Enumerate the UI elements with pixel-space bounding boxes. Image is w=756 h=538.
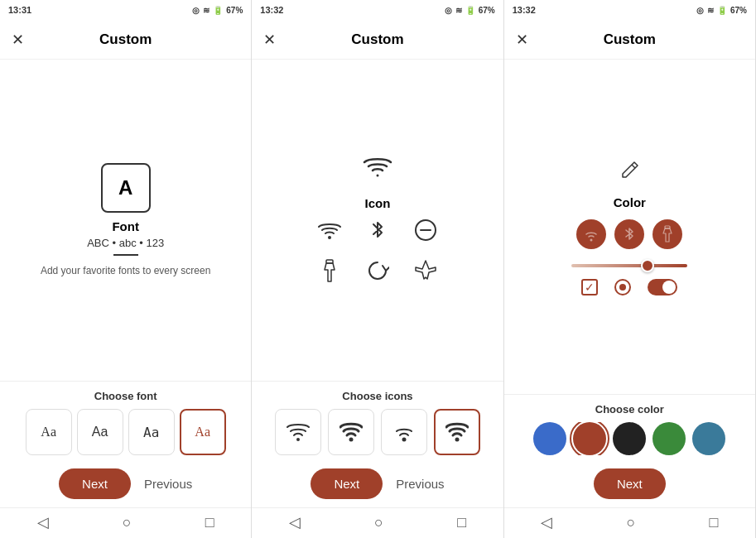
nav-recent-3[interactable]: □ [710, 514, 719, 531]
color-opt-teal[interactable] [692, 422, 725, 455]
icon-rotate [366, 259, 389, 287]
icon-torch [320, 258, 339, 288]
action-buttons-icon: Next Previous [258, 464, 496, 504]
color-section-label: Color [614, 195, 646, 209]
nav-back-2[interactable]: ◁ [289, 513, 301, 531]
battery-percent-1: 67% [226, 6, 243, 15]
svg-point-6 [402, 438, 406, 442]
action-buttons-color: Next [511, 464, 749, 504]
color-slider[interactable] [571, 259, 687, 272]
color-circles-row [576, 219, 682, 249]
icon-opt-wifi-1[interactable] [275, 409, 321, 455]
next-button-color[interactable]: Next [594, 468, 666, 499]
slider-track [571, 264, 687, 267]
svg-point-0 [328, 236, 331, 239]
status-icons-1: ◎ ≋ 🔋 67% [192, 6, 243, 15]
icon-section-label: Icon [365, 196, 391, 210]
ui-controls-row: ✓ [581, 279, 677, 295]
nav-home-1[interactable]: ○ [123, 514, 132, 531]
radio-control[interactable] [614, 279, 631, 295]
choose-color-title: Choose color [511, 403, 749, 416]
status-bar-1: 13:31 ◎ ≋ 🔋 67% [0, 0, 251, 20]
nav-back-1[interactable]: ◁ [37, 513, 49, 531]
choose-icons-title: Choose icons [258, 390, 496, 402]
icon-options-row [258, 409, 496, 455]
icon-opt-wifi-3[interactable] [381, 409, 427, 455]
wifi-icon-status-3: ≋ [707, 6, 714, 15]
next-button-font[interactable]: Next [59, 468, 131, 499]
color-opt-green[interactable] [652, 422, 686, 455]
font-option-serif[interactable]: Aa [26, 409, 72, 455]
status-time-1: 13:31 [8, 5, 31, 15]
svg-point-9 [590, 238, 593, 241]
main-content-icon: Icon [252, 60, 503, 381]
icon-minus [414, 219, 437, 247]
color-options-row [511, 422, 749, 455]
color-section: Color [513, 159, 747, 295]
status-icons-3: ◎ ≋ 🔋 67% [696, 6, 747, 15]
font-option-sans[interactable]: Aa [77, 409, 123, 455]
toggle-control[interactable] [648, 279, 677, 295]
font-option-cursive[interactable]: Aa [180, 409, 226, 455]
font-section-label: Font [112, 219, 138, 233]
svg-point-4 [296, 438, 300, 441]
top-bar-1: ✕ Custom [0, 20, 251, 60]
main-content-font: A Font ABC • abc • 123 Add your favorite… [0, 60, 251, 381]
icon-opt-wifi-4[interactable] [434, 409, 480, 455]
signal-icon-3: ◎ [696, 6, 704, 15]
font-divider [113, 254, 138, 256]
status-time-3: 13:32 [513, 5, 536, 15]
panel-title-1: Custom [99, 31, 152, 48]
previous-button-font[interactable]: Previous [144, 477, 192, 491]
font-description: Add your favorite fonts to every screen [41, 264, 210, 278]
color-opt-blue[interactable] [533, 422, 566, 455]
top-bar-3: ✕ Custom [504, 20, 755, 60]
status-bar-2: 13:32 ◎ ≋ 🔋 67% [252, 0, 503, 20]
font-option-mono[interactable]: Aa [128, 409, 175, 455]
battery-percent-3: 67% [730, 6, 747, 15]
previous-button-icon[interactable]: Previous [396, 477, 444, 491]
color-circle-wifi [576, 219, 606, 249]
icon-preview-wifi [361, 153, 394, 188]
nav-bar-1: ◁ ○ □ [0, 507, 251, 538]
color-circle-bt [614, 219, 644, 249]
bottom-section-icon: Choose icons [252, 381, 503, 507]
nav-home-3[interactable]: ○ [626, 514, 635, 531]
font-letter-icon: A [118, 176, 132, 199]
icon-bluetooth [369, 219, 386, 247]
color-opt-brown[interactable] [573, 422, 606, 455]
status-bar-3: 13:32 ◎ ≋ 🔋 67% [504, 0, 755, 20]
battery-icon-2: 🔋 [465, 6, 475, 15]
font-options-row: Aa Aa Aa Aa [7, 409, 244, 455]
radio-dot [619, 284, 626, 291]
main-content-color: Color [504, 60, 755, 394]
panel-title-2: Custom [351, 31, 403, 48]
choose-font-title: Choose font [7, 390, 244, 402]
nav-recent-1[interactable]: □ [205, 514, 214, 531]
icon-wifi [318, 220, 341, 245]
next-button-icon[interactable]: Next [311, 468, 383, 499]
color-opt-black[interactable] [613, 422, 646, 455]
close-button-1[interactable]: ✕ [12, 31, 24, 49]
battery-icon-3: 🔋 [717, 6, 727, 15]
bottom-section-color: Choose color Next [504, 394, 755, 507]
checkbox-control[interactable]: ✓ [581, 279, 598, 295]
panel-title-3: Custom [604, 31, 656, 48]
status-time-2: 13:32 [260, 5, 283, 15]
font-sample-text: ABC • abc • 123 [87, 237, 164, 249]
panel-font: 13:31 ◎ ≋ 🔋 67% ✕ Custom A Font ABC • ab… [0, 0, 252, 538]
font-icon-box: A [101, 163, 151, 213]
icon-airplane [414, 259, 437, 287]
top-bar-2: ✕ Custom [252, 20, 503, 60]
close-button-3[interactable]: ✕ [516, 31, 528, 49]
checkbox-check-mark: ✓ [585, 281, 595, 294]
close-button-2[interactable]: ✕ [263, 31, 276, 49]
nav-back-3[interactable]: ◁ [541, 513, 552, 531]
nav-recent-2[interactable]: □ [457, 514, 466, 531]
color-picker-icon [618, 159, 641, 187]
wifi-icon-status-2: ≋ [455, 6, 462, 15]
slider-thumb[interactable] [641, 259, 654, 272]
nav-home-2[interactable]: ○ [374, 514, 383, 531]
icon-opt-wifi-2[interactable] [328, 409, 374, 455]
signal-icon-2: ◎ [445, 6, 452, 15]
